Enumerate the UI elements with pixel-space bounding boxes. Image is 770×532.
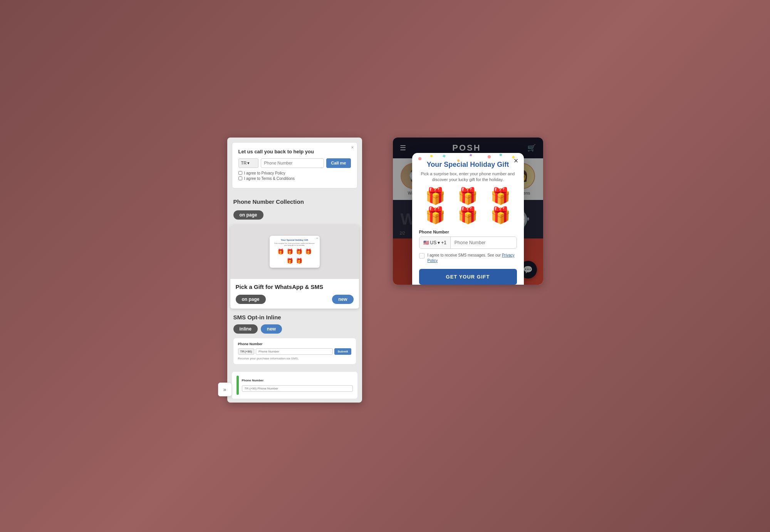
dropdown-arrow: ▾	[247, 161, 250, 166]
whatsapp-preview: × Your Special Holiday Gift Pick a surpr…	[230, 225, 359, 279]
terms-checkbox-row: I agree to Terms & Conditions	[238, 176, 351, 181]
svg-point-3	[488, 155, 491, 158]
bottom-preview-input[interactable]	[242, 385, 353, 392]
mini-popup: × Your Special Holiday Gift Pick a surpr…	[270, 236, 320, 268]
gift-item-2[interactable]: 🎁	[453, 188, 483, 204]
phone-collection-badges: on page	[227, 208, 362, 225]
whatsapp-badge-row: on page new	[236, 295, 354, 304]
callback-phone-input[interactable]	[261, 158, 324, 168]
bottom-preview-label: Phone Number	[242, 379, 353, 382]
modal-overlay: × Your Special Holiday Gift Pick a surpr…	[393, 138, 543, 285]
gifts-grid: 🎁 🎁 🎁 🎁 🎁 🎁	[419, 188, 517, 223]
modal-close-button[interactable]: ×	[514, 157, 518, 164]
mini-gifts-row: 🎁 🎁 🎁 🎁 🎁 🎁	[273, 248, 316, 265]
bottom-preview: Phone Number	[232, 372, 357, 399]
sms-receive-text: Receive your purchase information via SM…	[238, 357, 351, 360]
right-panel: ☰ POSH 🛒 ⌚ Watch 👔 Clothing 🕶️	[393, 138, 543, 285]
modal-phone-number-input[interactable]	[451, 237, 517, 248]
sms-submit-button[interactable]: Submit	[334, 348, 351, 355]
call-back-section: × Let us call you back to help you TR ▾ …	[232, 142, 357, 188]
svg-point-1	[430, 155, 433, 157]
call-back-input-row: TR ▾ Call me	[238, 158, 351, 168]
terms-label: I agree to Terms & Conditions	[244, 176, 295, 181]
wa-badge-new[interactable]: new	[332, 295, 353, 304]
sms-badge-row: inline new	[233, 324, 356, 334]
country-select[interactable]: TR ▾	[238, 158, 258, 168]
get-gift-button[interactable]: GET YOUR GIFT	[419, 269, 517, 284]
mini-popup-title: Your Special Holiday Gift	[273, 239, 316, 241]
privacy-checkbox[interactable]	[238, 171, 242, 175]
mini-gift-5: 🎁	[286, 257, 294, 265]
gift-item-3[interactable]: 🎁	[486, 188, 515, 204]
sms-preview-title: Phone Number	[238, 342, 351, 346]
arrow-fab-button[interactable]: »	[218, 383, 232, 396]
sms-country-select[interactable]: TR (+90)	[238, 348, 255, 355]
gift-modal: × Your Special Holiday Gift Pick a surpr…	[412, 153, 524, 285]
sms-title: SMS Opt-in Inline	[233, 314, 356, 321]
consent-prefix: I agree to receive SMS messages. See our	[428, 253, 502, 257]
gift-item-4[interactable]: 🎁	[421, 207, 450, 223]
call-me-button[interactable]: Call me	[326, 158, 351, 168]
sms-badge-inline[interactable]: inline	[233, 324, 258, 334]
terms-checkbox[interactable]	[238, 176, 242, 180]
privacy-label: I agree to Privacy Policy	[244, 171, 285, 175]
mini-gift-6: 🎁	[295, 257, 303, 265]
modal-phone-label: Phone Number	[419, 230, 517, 234]
call-back-close-btn[interactable]: ×	[351, 145, 354, 150]
modal-country-flag: 🇺🇸	[423, 240, 429, 245]
modal-country-code[interactable]: 🇺🇸 US ▾ +1	[419, 237, 451, 248]
panels-container: × Let us call you back to help you TR ▾ …	[227, 138, 543, 403]
gift-item-5[interactable]: 🎁	[453, 207, 483, 223]
modal-phone-input-row: 🇺🇸 US ▾ +1	[419, 237, 517, 249]
gift-item-6[interactable]: 🎁	[486, 207, 515, 223]
whatsapp-card: × Your Special Holiday Gift Pick a surpr…	[230, 225, 359, 309]
mini-popup-close[interactable]: ×	[316, 237, 318, 240]
left-panel: × Let us call you back to help you TR ▾ …	[227, 138, 362, 403]
sms-phone-input[interactable]	[256, 348, 333, 355]
modal-country-dial: +1	[441, 240, 446, 245]
svg-rect-7	[470, 154, 472, 156]
mini-gift-4: 🎁	[305, 248, 312, 255]
mini-gift-2: 🎁	[286, 248, 294, 255]
sms-consent-text: I agree to receive SMS messages. See our…	[428, 253, 517, 263]
wa-badge-on-page[interactable]: on page	[236, 295, 266, 304]
modal-country-chevron: ▾	[438, 240, 440, 245]
svg-point-4	[500, 154, 502, 156]
modal-country-abbr: US	[430, 240, 437, 245]
privacy-checkbox-row: I agree to Privacy Policy	[238, 171, 351, 175]
sms-consent-checkbox[interactable]	[419, 253, 424, 258]
whatsapp-card-title: Pick a Gift for WhatsApp & SMS	[236, 284, 354, 290]
mini-popup-subtitle: Pick a surprise box, enter your phone nu…	[273, 242, 316, 246]
sms-preview: Phone Number TR (+90) Submit Receive you…	[233, 338, 356, 364]
country-code: TR	[241, 161, 247, 165]
badge-on-page[interactable]: on page	[233, 210, 263, 220]
mini-gift-3: 🎁	[295, 248, 303, 255]
bottom-preview-content: Phone Number	[242, 379, 353, 392]
call-back-title: Let us call you back to help you	[238, 149, 351, 154]
sms-badge-new[interactable]: new	[261, 324, 282, 334]
modal-title: Your Special Holiday Gift	[419, 161, 517, 169]
mini-gift-1: 🎁	[277, 248, 285, 255]
arrow-icon: »	[223, 386, 226, 393]
green-bar	[237, 376, 239, 395]
gift-item-1[interactable]: 🎁	[421, 188, 450, 204]
whatsapp-card-body: Pick a Gift for WhatsApp & SMS on page n…	[230, 279, 359, 309]
phone-collection-title: Phone Number Collection	[227, 193, 362, 208]
sms-input-row: TR (+90) Submit	[238, 348, 351, 355]
modal-subtitle: Pick a surprise box, enter your phone nu…	[419, 171, 517, 183]
svg-rect-2	[442, 154, 445, 157]
sms-country-dial: (+90)	[245, 350, 252, 353]
sms-section: SMS Opt-in Inline inline new Phone Numbe…	[227, 309, 362, 368]
svg-point-0	[418, 157, 421, 160]
sms-consent-row: I agree to receive SMS messages. See our…	[419, 253, 517, 263]
sms-country-code: TR	[240, 350, 245, 353]
